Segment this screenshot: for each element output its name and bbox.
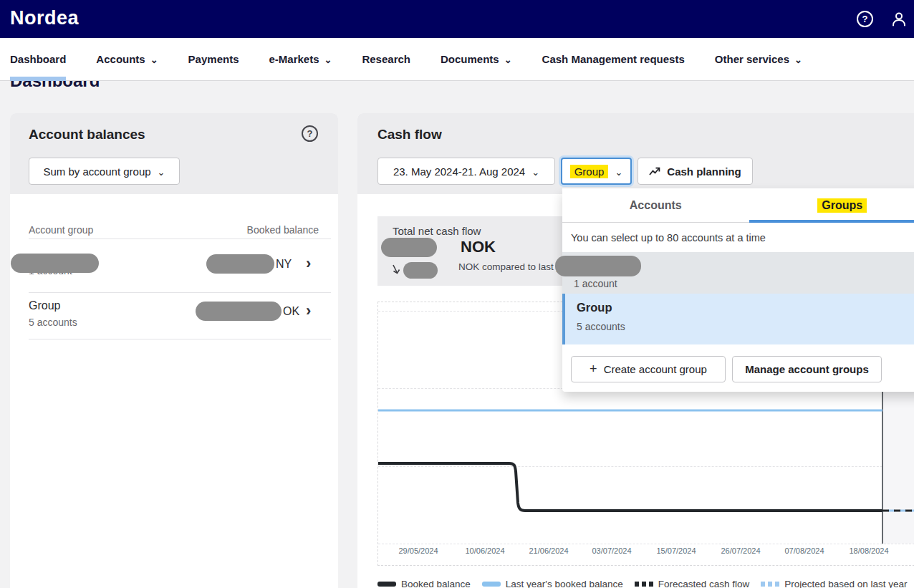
help-icon[interactable]: ? bbox=[857, 11, 873, 27]
profile-icon[interactable] bbox=[890, 11, 907, 27]
x-tick-label: 10/06/2024 bbox=[465, 546, 504, 555]
booked-balance-line bbox=[378, 463, 882, 511]
sum-by-account-group-dropdown[interactable]: Sum by account group ⌄ bbox=[29, 158, 180, 185]
legend-item: Forecasted cash flow bbox=[635, 579, 750, 588]
highlighted-label: Group bbox=[570, 165, 609, 178]
x-axis-labels: 29/05/202410/06/202421/06/202403/07/2024… bbox=[378, 546, 914, 558]
chevron-down-icon: ⌄ bbox=[615, 167, 622, 178]
group-selector-dropdown[interactable]: Group ⌄ bbox=[561, 158, 632, 185]
active-tab-underline bbox=[749, 220, 914, 223]
chevron-down-icon: ⌄ bbox=[504, 54, 512, 65]
x-tick-label: 18/08/2024 bbox=[849, 546, 888, 555]
currency-label: NOK bbox=[461, 238, 496, 256]
x-tick-label: 07/08/2024 bbox=[784, 546, 824, 555]
legend-item: Booked balance bbox=[377, 579, 471, 588]
account-balances-header: Account balances ? Sum by account group … bbox=[10, 113, 338, 194]
divider bbox=[29, 339, 331, 339]
tab-accounts[interactable]: Accounts bbox=[562, 188, 749, 222]
legend-swatch bbox=[482, 582, 501, 587]
account-balances-title: Account balances bbox=[29, 127, 145, 143]
group-selector-panel: Accounts Groups You can select up to 80 … bbox=[562, 188, 914, 392]
chevron-right-icon[interactable]: › bbox=[306, 257, 311, 270]
chevron-down-icon: ⌄ bbox=[794, 54, 802, 65]
selector-tabs: Accounts Groups bbox=[562, 188, 914, 223]
legend-label: Forecasted cash flow bbox=[658, 579, 750, 588]
column-header-booked-balance: Booked balance bbox=[247, 224, 319, 236]
legend-label: Last year's booked balance bbox=[506, 579, 623, 588]
legend-swatch bbox=[761, 582, 779, 587]
column-header-account-group: Account group bbox=[29, 224, 93, 236]
legend-swatch bbox=[377, 582, 396, 587]
nav-item-accounts[interactable]: Accounts ⌄ bbox=[96, 38, 158, 81]
legend-item: Projected based on last year bbox=[761, 579, 907, 588]
chevron-down-icon: ⌄ bbox=[150, 54, 158, 65]
x-tick-label: 21/06/2024 bbox=[529, 546, 568, 555]
legend-item: Last year's booked balance bbox=[482, 579, 623, 588]
legend-label: Projected based on last year bbox=[784, 579, 907, 588]
nav-item-research[interactable]: Research bbox=[362, 38, 410, 81]
redacted-account-name bbox=[555, 256, 641, 276]
chevron-down-icon: ⌄ bbox=[158, 167, 165, 178]
cash-flow-title: Cash flow bbox=[377, 127, 442, 143]
chart-legend: Booked balanceLast year's booked balance… bbox=[377, 579, 907, 588]
account-balances-card: Account balances ? Sum by account group … bbox=[10, 113, 338, 588]
legend-swatch bbox=[635, 582, 653, 587]
x-tick-label: 15/07/2024 bbox=[656, 546, 696, 555]
chevron-down-icon: ⌄ bbox=[324, 54, 332, 65]
nav-item-documents[interactable]: Documents ⌄ bbox=[441, 38, 512, 81]
plus-icon: + bbox=[590, 362, 597, 377]
x-tick-label: 29/05/2024 bbox=[398, 546, 438, 555]
chevron-right-icon[interactable]: › bbox=[306, 304, 311, 317]
balance-currency-fragment: NY bbox=[276, 258, 292, 271]
nav-item-dashboard[interactable]: Dashboard bbox=[10, 38, 66, 81]
manage-account-groups-button[interactable]: Manage account groups bbox=[732, 356, 882, 382]
nordea-logo: Nordea bbox=[10, 7, 79, 29]
chevron-down-icon: ⌄ bbox=[531, 167, 539, 178]
selector-info-text: You can select up to 80 accounts at a ti… bbox=[571, 223, 766, 252]
x-tick-label: 03/07/2024 bbox=[592, 546, 631, 555]
trend-up-icon bbox=[649, 167, 660, 176]
decrease-arrow-icon bbox=[392, 264, 403, 275]
redacted-balance bbox=[206, 254, 274, 274]
app-root: Nordea ? Dashboard Dashboard Accounts ⌄ … bbox=[0, 0, 914, 588]
divider bbox=[29, 292, 331, 293]
nav-item-payments[interactable]: Payments bbox=[188, 38, 239, 81]
cash-planning-button[interactable]: Cash planning bbox=[638, 158, 753, 185]
x-tick-label: 26/07/2024 bbox=[721, 546, 760, 555]
date-range-dropdown[interactable]: 23. May 2024-21. Aug 2024 ⌄ bbox=[377, 158, 555, 185]
nav-item-cash-management-requests[interactable]: Cash Management requests bbox=[542, 38, 685, 81]
redacted-amount bbox=[381, 238, 437, 257]
main-nav: Dashboard Accounts ⌄ Payments e-Markets … bbox=[0, 38, 914, 81]
create-account-group-button[interactable]: + Create account group bbox=[571, 356, 726, 382]
nav-item-other-services[interactable]: Other services ⌄ bbox=[715, 38, 802, 81]
redacted-account-name bbox=[11, 254, 99, 273]
tab-groups[interactable]: Groups bbox=[749, 188, 914, 222]
divider bbox=[29, 238, 331, 239]
redacted-comparison-amount bbox=[403, 262, 438, 279]
selector-row-selected[interactable]: Group 5 accounts bbox=[562, 294, 914, 344]
legend-label: Booked balance bbox=[401, 579, 471, 588]
highlighted-label: Groups bbox=[817, 198, 867, 213]
help-icon[interactable]: ? bbox=[302, 125, 318, 142]
nav-item-e-markets[interactable]: e-Markets ⌄ bbox=[269, 38, 332, 81]
balance-currency-fragment: OK bbox=[283, 305, 299, 318]
topbar: Nordea ? bbox=[0, 0, 914, 38]
cash-flow-header: Cash flow 23. May 2024-21. Aug 2024 ⌄ Gr… bbox=[357, 113, 914, 194]
redacted-balance bbox=[196, 302, 282, 321]
